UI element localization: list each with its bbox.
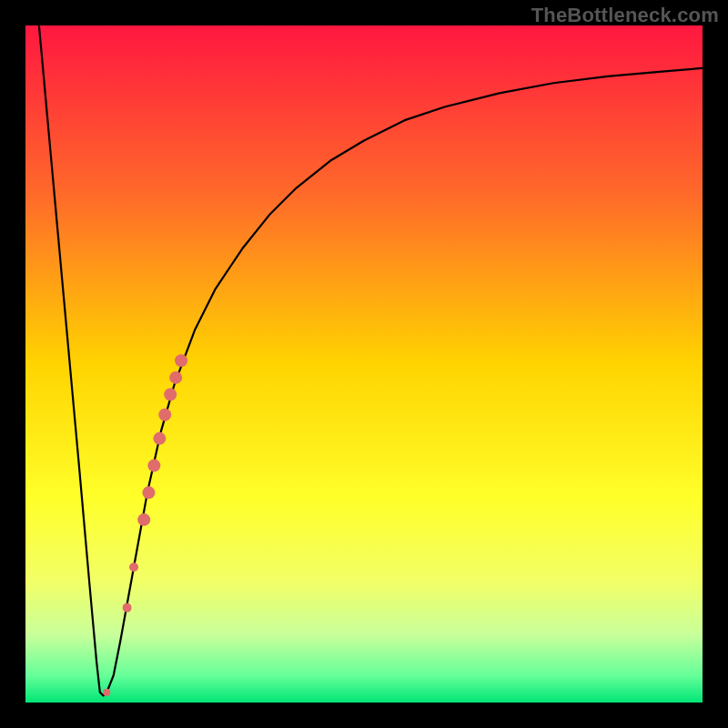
plot-area [25,25,703,703]
marker-point [123,603,132,612]
marker-point [175,354,187,367]
marker-point [153,432,166,445]
marker-point [164,388,177,400]
marker-point [142,486,155,499]
outer-frame: TheBottleneck.com [0,0,728,728]
marker-point [103,689,110,696]
marker-point [147,460,160,472]
marker-point [137,513,150,526]
watermark-text: TheBottleneck.com [531,4,719,27]
marker-point [129,562,138,571]
chart-svg [25,25,703,703]
marker-point [169,371,182,384]
marker-point [158,409,171,421]
